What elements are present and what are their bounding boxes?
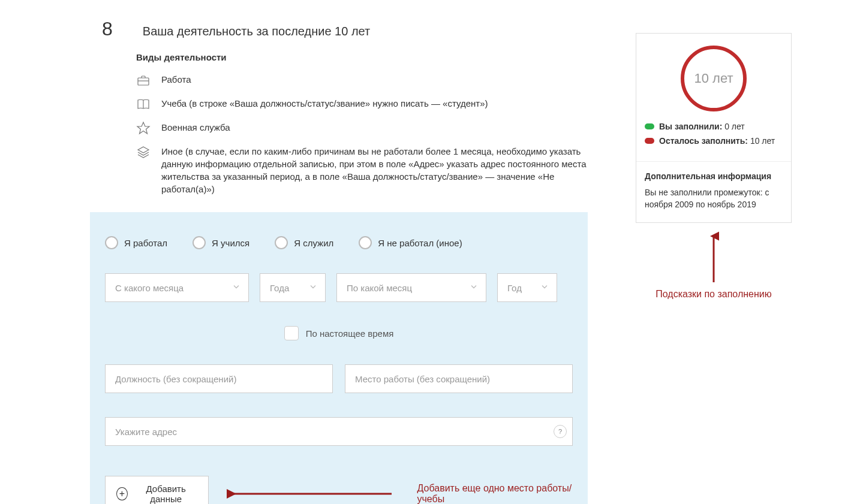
from-month-select[interactable]: С какого месяца: [105, 273, 249, 302]
radio-worked[interactable]: Я работал: [105, 236, 167, 249]
present-time-row: По настоящее время: [105, 326, 573, 340]
type-other: Иное (в случае, если по каким-либо причи…: [136, 145, 600, 195]
plus-icon: +: [116, 487, 128, 500]
svg-marker-3: [137, 122, 149, 134]
types-subheading: Виды деятельности: [136, 52, 600, 62]
extra-info-text: Вы не заполнили промежуток: с ноября 200…: [645, 187, 783, 210]
position-input[interactable]: [105, 364, 333, 393]
section-title: Ваша деятельность за последние 10 лет: [143, 25, 370, 38]
present-checkbox[interactable]: [284, 326, 299, 340]
layers-icon: [136, 145, 151, 159]
radio-circle-icon: [193, 236, 206, 249]
radio-served[interactable]: Я служил: [275, 236, 333, 249]
address-help-button[interactable]: ?: [554, 425, 567, 438]
chevron-down-icon: [308, 282, 318, 294]
radio-none-label: Я не работал (иное): [378, 238, 462, 248]
add-data-button[interactable]: + Добавить данные: [105, 476, 209, 504]
workplace-input[interactable]: [345, 364, 573, 393]
address-input[interactable]: [105, 417, 573, 446]
type-military-text: Военная служба: [161, 121, 230, 134]
status-remaining-text: Осталось заполнить: 10 лет: [659, 135, 775, 147]
extra-info-title: Дополнительная информация: [645, 171, 783, 181]
svg-marker-4: [138, 147, 149, 153]
chevron-down-icon: [469, 282, 479, 294]
dot-green-icon: [645, 123, 654, 129]
progress-circle-text: 10 лет: [694, 71, 733, 86]
annotation-sidebar: Подсказки по заполнению: [636, 231, 792, 300]
chevron-down-icon: [231, 282, 241, 294]
radio-circle-icon: [359, 236, 372, 249]
to-month-select[interactable]: По какой месяц: [336, 273, 486, 302]
progress-card-top: 10 лет Вы заполнили: 0 лет Осталось запо…: [636, 34, 791, 162]
to-year-placeholder: Год: [507, 283, 522, 293]
to-month-placeholder: По какой месяц: [347, 283, 412, 293]
type-other-text: Иное (в случае, если по каким-либо причи…: [161, 145, 600, 195]
radio-studied[interactable]: Я учился: [193, 236, 249, 249]
svg-rect-0: [138, 78, 149, 85]
add-data-row: + Добавить данные Добавить еще одно мест…: [105, 476, 573, 504]
type-military: Военная служба: [136, 121, 600, 135]
section-number: 8: [102, 18, 113, 40]
activity-form-panel: Я работал Я учился Я служил Я не работал…: [90, 212, 588, 504]
activity-types-list: Работа Учеба (в строке «Ваша должность/с…: [136, 73, 600, 195]
radio-served-label: Я служил: [294, 238, 333, 248]
from-year-placeholder: Года: [270, 283, 289, 293]
present-label: По настоящее время: [306, 328, 394, 339]
progress-info-card: 10 лет Вы заполнили: 0 лет Осталось запо…: [636, 33, 792, 223]
sidebar: 10 лет Вы заполнили: 0 лет Осталось запо…: [636, 33, 792, 300]
section-header: 8 Ваша деятельность за последние 10 лет: [102, 18, 600, 40]
book-icon: [136, 97, 151, 111]
add-data-label: Добавить данные: [135, 484, 197, 504]
type-work: Работа: [136, 73, 600, 87]
annotation-hints-text: Подсказки по заполнению: [655, 289, 771, 300]
radio-studied-label: Я учился: [212, 238, 249, 248]
progress-circle: 10 лет: [681, 46, 747, 111]
annotation-arrow-up-icon: [708, 231, 719, 285]
type-work-text: Работа: [161, 73, 191, 86]
radio-circle-icon: [275, 236, 288, 249]
status-filled-text: Вы заполнили: 0 лет: [659, 121, 745, 133]
type-study: Учеба (в строке «Ваша должность/статус/з…: [136, 97, 600, 111]
date-range-row: С какого месяца Года По какой месяц Год: [105, 273, 573, 302]
annotation-arrow-left: [227, 489, 395, 499]
radio-none[interactable]: Я не работал (иное): [359, 236, 462, 249]
annotation-add-workplace: Добавить еще одно место работы/учебы: [417, 483, 573, 504]
to-year-select[interactable]: Год: [497, 273, 557, 302]
status-filled: Вы заполнили: 0 лет: [645, 121, 783, 133]
dot-red-icon: [645, 138, 654, 144]
activity-radio-group: Я работал Я учился Я служил Я не работал…: [105, 236, 573, 249]
from-year-select[interactable]: Года: [260, 273, 326, 302]
star-icon: [136, 121, 151, 135]
radio-circle-icon: [105, 236, 118, 249]
briefcase-icon: [136, 73, 151, 87]
extra-info-section: Дополнительная информация Вы не заполнил…: [636, 162, 791, 222]
chevron-down-icon: [540, 282, 549, 294]
address-row: ?: [105, 417, 573, 446]
position-workplace-row: [105, 364, 573, 393]
from-month-placeholder: С какого месяца: [115, 283, 184, 293]
radio-worked-label: Я работал: [124, 238, 167, 248]
type-study-text: Учеба (в строке «Ваша должность/статус/з…: [161, 97, 488, 110]
status-remaining: Осталось заполнить: 10 лет: [645, 135, 783, 147]
